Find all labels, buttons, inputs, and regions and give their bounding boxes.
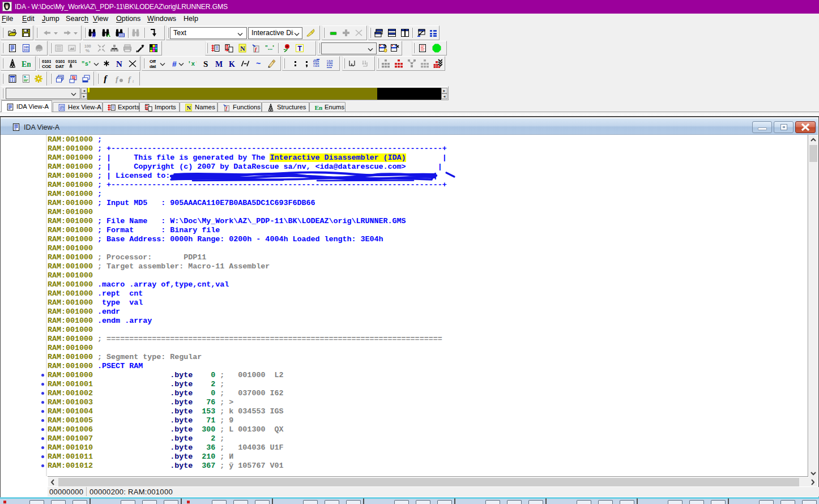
svg-text:N: N (240, 45, 245, 53)
svg-text:T: T (298, 45, 302, 53)
svg-text:f: f (116, 75, 119, 83)
svg-text:"...": "..." (265, 45, 274, 51)
svg-text:101: 101 (120, 33, 125, 37)
svg-text:#: # (172, 59, 177, 68)
svg-text:011: 011 (24, 49, 29, 52)
svg-text:DAT: DAT (56, 64, 64, 69)
svg-text:En: En (314, 104, 322, 111)
svg-text:100: 100 (84, 44, 91, 48)
svg-text:N: N (116, 59, 122, 68)
svg-text:S: S (203, 59, 208, 68)
svg-text:K: K (229, 60, 235, 68)
svg-text:M: M (215, 60, 223, 68)
svg-text:%: % (86, 48, 89, 53)
svg-text:0101: 0101 (68, 59, 77, 63)
svg-text:'x': 'x' (187, 61, 197, 67)
svg-text:CJLN: CJLN (313, 65, 319, 67)
svg-text:#: # (92, 31, 96, 37)
svg-text:N: N (187, 105, 191, 111)
svg-text:f: f (104, 74, 108, 83)
svg-text:COD: COD (42, 64, 51, 69)
svg-text:~: ~ (256, 59, 261, 68)
svg-text:011: 011 (60, 108, 65, 110)
svg-text:dat: dat (150, 64, 156, 69)
svg-text:f: f (128, 75, 131, 83)
svg-text:"s": "s" (82, 61, 91, 67)
svg-text:EJLN: EJLN (327, 64, 332, 67)
svg-text:t: t (133, 79, 134, 83)
svg-text:En: En (22, 60, 31, 69)
